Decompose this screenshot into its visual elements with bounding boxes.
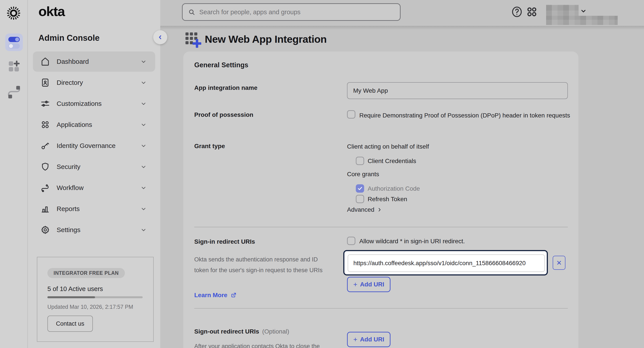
toggle-on-pill <box>8 37 20 42</box>
chevron-down-icon <box>140 163 147 171</box>
sidebar-item-label: Directory <box>57 79 140 86</box>
signin-uri-field-focus-ring <box>343 250 548 275</box>
wildcard-checkbox[interactable] <box>347 237 355 245</box>
chevron-down-icon <box>140 184 147 191</box>
signout-uris-row: Sign-out redirect URIs (Optional) <box>194 328 289 335</box>
okta-wordmark: okta <box>38 3 64 19</box>
search-input[interactable] <box>199 8 395 16</box>
plus-icon <box>192 39 201 48</box>
search-box <box>182 3 400 21</box>
sidebar-item-directory[interactable]: Directory <box>33 73 155 93</box>
okta-spinner-logo <box>6 6 21 20</box>
remove-uri-button[interactable]: ✕ <box>553 256 566 270</box>
client-credentials-checkbox[interactable] <box>356 157 364 165</box>
advanced-link-label: Advanced <box>347 206 374 213</box>
sidebar-item-identity-governance[interactable]: Identity Governance <box>33 136 155 156</box>
dpop-checkbox[interactable] <box>347 110 355 119</box>
plan-badge: INTEGRATOR FREE PLAN <box>48 268 125 278</box>
divider <box>194 308 568 309</box>
chevron-down-icon <box>140 100 147 107</box>
rail-admin-toggle-icon[interactable] <box>5 33 23 51</box>
rail-connector-icon[interactable] <box>7 85 21 99</box>
general-settings-card: General Settings App integration name Pr… <box>183 51 578 348</box>
sidebar-item-label: Reports <box>57 205 140 212</box>
add-uri-label: Add URI <box>360 281 384 288</box>
app-name-label: App integration name <box>194 84 258 91</box>
optional-tag: (Optional) <box>262 328 289 335</box>
dpop-checkbox-label[interactable]: Require Demonstrating Proof of Possessio… <box>359 110 579 121</box>
plus-icon: + <box>353 281 357 288</box>
grant-type-label: Grant type <box>194 143 225 150</box>
gear-icon <box>40 225 50 235</box>
help-button[interactable] <box>510 5 524 19</box>
sidebar-item-label: Settings <box>57 226 140 234</box>
add-uri-label: Add URI <box>360 336 384 343</box>
shield-icon <box>40 162 50 172</box>
header-shadow <box>160 26 644 30</box>
plan-progress-fill <box>48 296 95 298</box>
authorization-code-checkbox[interactable] <box>356 184 364 193</box>
sidebar-item-customizations[interactable]: Customizations <box>33 94 155 114</box>
sidebar-collapse-button[interactable] <box>153 30 167 44</box>
plus-icon: + <box>353 336 357 343</box>
check-icon <box>357 186 363 191</box>
question-circle-icon <box>510 5 523 18</box>
sidebar-item-label: Workflow <box>57 184 140 191</box>
workflow-icon <box>40 183 50 193</box>
learn-more-link[interactable]: Learn More <box>194 292 236 299</box>
contact-us-button[interactable]: Contact us <box>48 316 93 332</box>
signin-uris-label: Sign-in redirect URIs <box>194 238 255 245</box>
sidebar-item-settings[interactable]: Settings <box>33 220 155 240</box>
plan-updated-text: Updated Mar 10, 2026, 2:17:57 PM <box>48 304 133 310</box>
search-icon <box>188 8 195 16</box>
sidebar-item-workflow[interactable]: Workflow <box>33 178 155 198</box>
app-name-input[interactable] <box>347 82 568 99</box>
proof-label: Proof of possession <box>194 111 253 118</box>
advanced-link[interactable]: Advanced <box>347 206 382 213</box>
signin-description: Okta sends the authentication response a… <box>194 254 329 276</box>
left-rail <box>0 0 28 348</box>
signout-description-partial: After your application contacts Okta to … <box>194 343 335 348</box>
sidebar-item-applications[interactable]: Applications <box>33 115 155 135</box>
chevron-down-icon <box>580 7 587 15</box>
signout-add-uri-button[interactable]: + Add URI <box>347 332 390 347</box>
chevron-down-icon <box>140 205 147 212</box>
sidebar-item-security[interactable]: Security <box>33 157 155 177</box>
learn-more-label: Learn More <box>194 292 228 299</box>
okta-admin-console: okta Admin Console Dashboard Directory C… <box>0 0 644 348</box>
plan-card: INTEGRATOR FREE PLAN 5 of 10 Active user… <box>37 257 154 342</box>
client-credentials-label[interactable]: Client Credentials <box>368 158 416 165</box>
account-menu[interactable] <box>546 4 621 25</box>
grant-group1-title: Client acting on behalf of itself <box>347 143 429 150</box>
refresh-token-label[interactable]: Refresh Token <box>368 196 407 203</box>
refresh-token-checkbox[interactable] <box>356 195 364 203</box>
sidebar-item-reports[interactable]: Reports <box>33 199 155 219</box>
chevron-down-icon <box>140 226 147 234</box>
chevron-down-icon <box>140 79 147 86</box>
console-title: Admin Console <box>38 33 100 43</box>
toggle-off-pill <box>8 43 20 49</box>
plan-progress-bar <box>48 296 143 298</box>
wildcard-checkbox-label[interactable]: Allow wildcard * in sign-in URI redirect… <box>359 238 465 245</box>
rail-add-apps-icon[interactable] <box>7 60 21 74</box>
redacted-account-name <box>546 5 578 16</box>
key-icon <box>40 141 50 151</box>
authorization-code-label[interactable]: Authorization Code <box>368 185 420 192</box>
signin-add-uri-button[interactable]: + Add URI <box>347 277 390 292</box>
signout-uris-label: Sign-out redirect URIs <box>194 328 259 335</box>
apps-grid-icon <box>526 5 538 18</box>
section-title: General Settings <box>194 61 248 69</box>
signin-uri-input[interactable] <box>348 254 545 272</box>
sidebar: okta Admin Console Dashboard Directory C… <box>28 0 160 348</box>
sidebar-item-label: Dashboard <box>57 58 140 65</box>
grant-group2-title: Core grants <box>347 171 379 178</box>
app-switcher-button[interactable] <box>525 5 539 19</box>
plan-usage-text: 5 of 10 Active users <box>48 285 103 293</box>
page-title: New Web App Integration <box>205 33 326 45</box>
sidebar-item-label: Security <box>57 163 140 171</box>
applications-icon <box>40 120 50 130</box>
sidebar-item-label: Identity Governance <box>57 142 140 150</box>
sidebar-item-dashboard[interactable]: Dashboard <box>33 51 155 72</box>
chevron-down-icon <box>140 58 147 65</box>
directory-icon <box>40 78 50 87</box>
